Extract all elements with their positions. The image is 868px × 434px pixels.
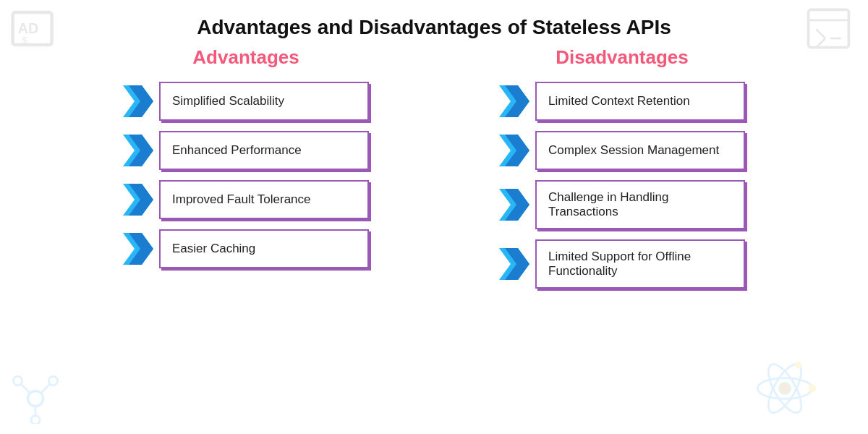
- advantages-list: Simplified Scalability Enhanced Performa…: [58, 82, 434, 268]
- arrow-icon: [123, 85, 153, 117]
- svg-line-6: [816, 38, 825, 48]
- molecule-bg-icon: [10, 373, 61, 424]
- disadvantages-list: Limited Context Retention Complex Sessio…: [434, 82, 810, 289]
- atom-bg-icon: [752, 356, 817, 421]
- svg-marker-33: [505, 135, 529, 166]
- main-content: Advantages Simplified Scalability Enhanc…: [0, 46, 868, 289]
- page-title: Advantages and Disadvantages of Stateles…: [0, 0, 868, 46]
- advantages-column: Advantages Simplified Scalability Enhanc…: [58, 46, 434, 289]
- item-label: Complex Session Management: [535, 131, 745, 170]
- arrow-icon: [499, 85, 529, 117]
- item-label: Enhanced Performance: [159, 131, 369, 170]
- list-item: Limited Context Retention: [499, 82, 745, 121]
- list-item: Simplified Scalability: [123, 82, 369, 121]
- svg-point-21: [31, 416, 40, 424]
- svg-marker-23: [129, 85, 153, 117]
- disadvantages-column: Disadvantages Limited Context Retention …: [434, 46, 810, 289]
- arrow-icon: [123, 184, 153, 216]
- svg-point-19: [48, 376, 57, 385]
- list-item: Complex Session Management: [499, 131, 745, 170]
- svg-line-5: [816, 29, 825, 38]
- svg-marker-31: [505, 85, 529, 117]
- ad-bg-icon: AD $: [10, 6, 62, 58]
- list-item: Improved Fault Tolerance: [123, 180, 369, 219]
- svg-text:AD: AD: [18, 20, 39, 36]
- code-bg-icon: [806, 6, 858, 58]
- arrow-icon: [123, 233, 153, 265]
- item-label: Easier Caching: [159, 229, 369, 268]
- svg-line-18: [41, 383, 51, 393]
- list-item: Limited Support for Offline Functionalit…: [499, 239, 745, 289]
- advantages-heading: Advantages: [192, 46, 299, 69]
- item-label: Improved Fault Tolerance: [159, 180, 369, 219]
- svg-point-13: [808, 385, 816, 393]
- item-label: Limited Support for Offline Functionalit…: [535, 239, 745, 289]
- arrow-icon: [499, 248, 529, 280]
- list-item: Easier Caching: [123, 229, 369, 268]
- svg-point-17: [13, 376, 22, 385]
- svg-marker-27: [129, 184, 153, 216]
- item-label: Limited Context Retention: [535, 82, 745, 121]
- arrow-icon: [499, 189, 529, 221]
- svg-marker-35: [505, 189, 529, 221]
- svg-marker-29: [129, 233, 153, 265]
- arrow-icon: [499, 135, 529, 166]
- svg-line-16: [20, 383, 30, 393]
- svg-point-9: [781, 385, 789, 393]
- arrow-icon: [123, 135, 153, 166]
- svg-marker-25: [129, 135, 153, 166]
- item-label: Simplified Scalability: [159, 82, 369, 121]
- svg-point-14: [795, 362, 801, 368]
- svg-marker-37: [505, 248, 529, 280]
- svg-text:$: $: [22, 35, 27, 46]
- item-label: Challenge in Handling Transactions: [535, 180, 745, 229]
- svg-rect-3: [809, 9, 849, 47]
- list-item: Enhanced Performance: [123, 131, 369, 170]
- list-item: Challenge in Handling Transactions: [499, 180, 745, 229]
- disadvantages-heading: Disadvantages: [556, 46, 689, 69]
